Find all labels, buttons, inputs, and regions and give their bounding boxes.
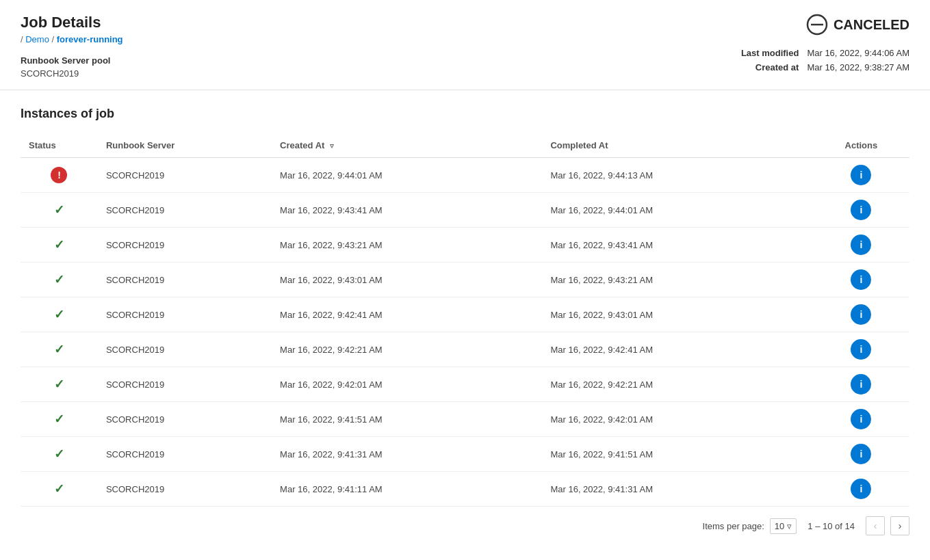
completed-at-cell: Mar 16, 2022, 9:44:13 AM	[542, 158, 812, 193]
status-cell: ✓	[21, 228, 98, 263]
table-row: ✓SCORCH2019Mar 16, 2022, 9:41:51 AMMar 1…	[21, 402, 909, 437]
meta-created-at-value: Mar 16, 2022, 9:38:27 AM	[807, 62, 909, 72]
cancel-icon	[806, 14, 828, 36]
runbook-server-cell: SCORCH2019	[98, 367, 272, 402]
meta-last-modified-value: Mar 16, 2022, 9:44:06 AM	[807, 48, 909, 58]
table-row: ✓SCORCH2019Mar 16, 2022, 9:41:11 AMMar 1…	[21, 472, 909, 507]
breadcrumb-forever-running[interactable]: forever-running	[57, 34, 123, 44]
info-button[interactable]: i	[851, 339, 871, 360]
status-cell: ✓	[21, 263, 98, 297]
header-section: Job Details / Demo / forever-running Run…	[0, 0, 930, 90]
items-per-page-label: Items per page:	[703, 521, 764, 531]
table-row: ✓SCORCH2019Mar 16, 2022, 9:42:41 AMMar 1…	[21, 297, 909, 332]
actions-cell: i	[813, 228, 909, 263]
completed-at-cell: Mar 16, 2022, 9:41:31 AM	[542, 472, 812, 507]
meta-last-modified: Last modified Mar 16, 2022, 9:44:06 AM	[730, 48, 909, 58]
instances-table-container: Status Runbook Server Created At ▿ Compl…	[21, 135, 909, 507]
meta-last-modified-label: Last modified	[730, 48, 799, 58]
actions-cell: i	[813, 263, 909, 297]
table-row: ✓SCORCH2019Mar 16, 2022, 9:43:01 AMMar 1…	[21, 263, 909, 297]
table-header-row: Status Runbook Server Created At ▿ Compl…	[21, 135, 909, 158]
success-icon: ✓	[54, 412, 64, 426]
info-button[interactable]: i	[851, 479, 871, 499]
info-button[interactable]: i	[851, 165, 871, 185]
created-at-cell: Mar 16, 2022, 9:41:11 AM	[272, 472, 542, 507]
actions-cell: i	[813, 367, 909, 402]
table-row: ✓SCORCH2019Mar 16, 2022, 9:42:21 AMMar 1…	[21, 332, 909, 367]
pagination-bar: Items per page: 10 ▿ 1 – 10 of 14 ‹ ›	[0, 507, 930, 545]
status-cell: ✓	[21, 472, 98, 507]
completed-at-cell: Mar 16, 2022, 9:43:21 AM	[542, 263, 812, 297]
header-right: CANCELED Last modified Mar 16, 2022, 9:4…	[730, 14, 909, 74]
created-at-cell: Mar 16, 2022, 9:44:01 AM	[272, 158, 542, 193]
completed-at-cell: Mar 16, 2022, 9:42:01 AM	[542, 402, 812, 437]
table-body: !SCORCH2019Mar 16, 2022, 9:44:01 AMMar 1…	[21, 158, 909, 507]
status-label: CANCELED	[834, 17, 909, 33]
runbook-server-cell: SCORCH2019	[98, 158, 272, 193]
runbook-server-cell: SCORCH2019	[98, 437, 272, 472]
status-cell: ✓	[21, 437, 98, 472]
next-page-button[interactable]: ›	[890, 516, 909, 535]
info-button[interactable]: i	[851, 374, 871, 395]
info-button[interactable]: i	[851, 409, 871, 429]
status-cell: !	[21, 158, 98, 193]
runbook-server-cell: SCORCH2019	[98, 472, 272, 507]
actions-cell: i	[813, 193, 909, 228]
breadcrumb: / Demo / forever-running	[21, 34, 123, 44]
success-icon: ✓	[54, 203, 64, 217]
status-cell: ✓	[21, 402, 98, 437]
status-badge: CANCELED	[806, 14, 909, 36]
info-button[interactable]: i	[851, 444, 871, 464]
actions-cell: i	[813, 472, 909, 507]
actions-cell: i	[813, 332, 909, 367]
success-icon: ✓	[54, 447, 64, 461]
created-at-cell: Mar 16, 2022, 9:41:31 AM	[272, 437, 542, 472]
prev-page-button[interactable]: ‹	[866, 516, 885, 535]
meta-created-at: Created at Mar 16, 2022, 9:38:27 AM	[730, 62, 909, 72]
success-icon: ✓	[54, 308, 64, 321]
error-icon: !	[51, 167, 67, 183]
runbook-server-cell: SCORCH2019	[98, 332, 272, 367]
created-at-cell: Mar 16, 2022, 9:42:21 AM	[272, 332, 542, 367]
completed-at-cell: Mar 16, 2022, 9:42:41 AM	[542, 332, 812, 367]
status-cell: ✓	[21, 367, 98, 402]
runbook-server-cell: SCORCH2019	[98, 263, 272, 297]
table-row: ✓SCORCH2019Mar 16, 2022, 9:41:31 AMMar 1…	[21, 437, 909, 472]
created-at-cell: Mar 16, 2022, 9:41:51 AM	[272, 402, 542, 437]
instances-section: Instances of job Status Runbook Server C…	[0, 90, 930, 507]
success-icon: ✓	[54, 343, 64, 356]
status-cell: ✓	[21, 193, 98, 228]
breadcrumb-demo[interactable]: Demo	[25, 34, 49, 44]
completed-at-cell: Mar 16, 2022, 9:41:51 AM	[542, 437, 812, 472]
created-at-cell: Mar 16, 2022, 9:43:01 AM	[272, 263, 542, 297]
items-per-page: Items per page: 10 ▿	[703, 518, 797, 534]
info-button[interactable]: i	[851, 304, 871, 325]
per-page-select[interactable]: 10 ▿	[770, 518, 797, 534]
success-icon: ✓	[54, 238, 64, 252]
created-at-cell: Mar 16, 2022, 9:42:41 AM	[272, 297, 542, 332]
info-button[interactable]: i	[851, 200, 871, 220]
table-row: ✓SCORCH2019Mar 16, 2022, 9:43:21 AMMar 1…	[21, 228, 909, 263]
success-icon: ✓	[54, 377, 64, 391]
status-cell: ✓	[21, 297, 98, 332]
runbook-server-cell: SCORCH2019	[98, 402, 272, 437]
created-at-cell: Mar 16, 2022, 9:42:01 AM	[272, 367, 542, 402]
per-page-value: 10	[775, 521, 784, 531]
actions-cell: i	[813, 437, 909, 472]
success-icon: ✓	[54, 482, 64, 496]
th-runbook-server: Runbook Server	[98, 135, 272, 158]
completed-at-cell: Mar 16, 2022, 9:44:01 AM	[542, 193, 812, 228]
success-icon: ✓	[54, 273, 64, 286]
runbook-pool-label: Runbook Server pool	[21, 55, 123, 66]
info-button[interactable]: i	[851, 235, 871, 255]
breadcrumb-separator2: /	[52, 34, 57, 44]
completed-at-cell: Mar 16, 2022, 9:43:41 AM	[542, 228, 812, 263]
runbook-server-cell: SCORCH2019	[98, 297, 272, 332]
pagination-nav: ‹ ›	[866, 516, 909, 535]
info-button[interactable]: i	[851, 269, 871, 290]
header-left: Job Details / Demo / forever-running Run…	[21, 14, 123, 79]
th-created-at[interactable]: Created At ▿	[272, 135, 542, 158]
per-page-chevron-icon: ▿	[787, 521, 792, 531]
sort-icon: ▿	[330, 142, 334, 150]
runbook-server-cell: SCORCH2019	[98, 193, 272, 228]
